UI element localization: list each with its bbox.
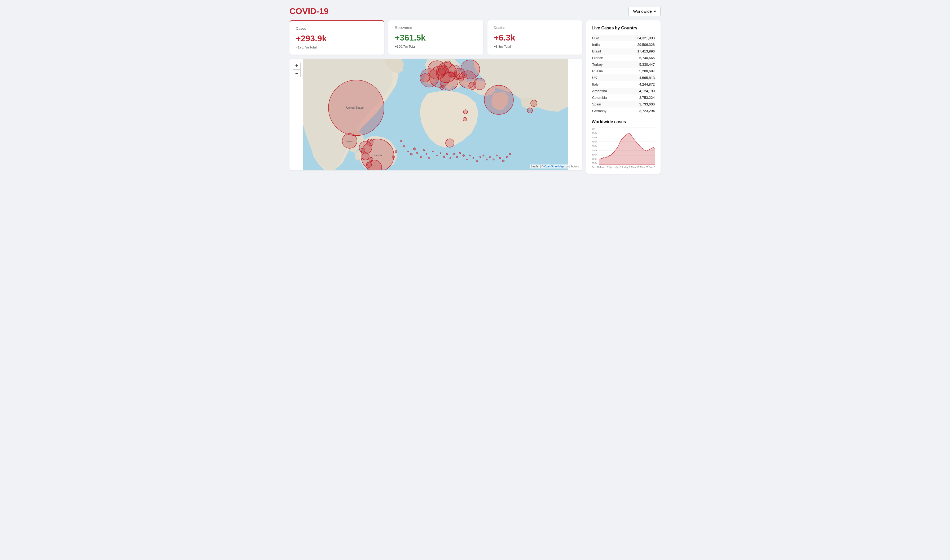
svg-point-55 [466, 158, 468, 160]
table-row: Italy4,244,872 [592, 81, 655, 88]
country-cases: 3,733,600 [621, 101, 655, 108]
svg-point-39 [413, 148, 416, 150]
svg-point-63 [493, 158, 494, 160]
svg-point-11 [484, 85, 514, 114]
header: COVID-19 Worldwide ▾ [290, 6, 660, 16]
table-row: USA34,321,093 [592, 35, 655, 42]
country-table: USA34,321,093India29,506,328Brazil17,413… [592, 35, 655, 114]
country-cases: 5,740,665 [621, 55, 655, 61]
svg-point-24 [527, 108, 532, 113]
table-row: Argentina4,124,190 [592, 88, 655, 94]
svg-point-59 [480, 156, 481, 158]
svg-point-49 [446, 153, 448, 155]
cases-total: +176.7m Total [296, 46, 378, 49]
map-attribution: Leaflet | © OpenStreetMap contributors [530, 165, 580, 168]
country-cases: 17,413,996 [621, 48, 655, 55]
country-cases: 3,753,224 [621, 94, 655, 101]
svg-point-45 [432, 151, 434, 152]
svg-point-54 [463, 154, 465, 157]
svg-point-66 [502, 160, 504, 162]
country-name: Argentina [592, 88, 621, 94]
zoom-in-button[interactable]: + [293, 62, 300, 70]
country-name: Turkey [592, 61, 621, 68]
country-cases: 4,124,190 [621, 88, 655, 94]
country-name: Brazil [592, 48, 621, 55]
map-zoom-controls: + − [293, 62, 301, 77]
svg-point-32 [463, 117, 467, 121]
table-row: Colombia3,753,224 [592, 94, 655, 101]
country-name: Colombia [592, 94, 621, 101]
country-cases: 34,321,093 [621, 35, 655, 42]
country-name: UK [592, 74, 621, 81]
worldwide-dropdown[interactable]: Worldwide ▾ [628, 7, 660, 16]
app-title: COVID-19 [290, 6, 328, 16]
deaths-label: Deaths [494, 26, 576, 30]
map-container: + − [290, 59, 582, 170]
svg-point-46 [436, 155, 438, 156]
country-name: USA [592, 35, 621, 42]
country-name: Spain [592, 101, 621, 108]
svg-point-31 [463, 110, 467, 114]
table-row: Spain3,733,600 [592, 101, 655, 108]
right-panel: Live Cases by Country USA34,321,093India… [586, 20, 660, 174]
svg-point-73 [462, 73, 467, 78]
table-row: Germany3,723,294 [592, 108, 655, 114]
chart-wrapper: 1m 900k 800k 700k 600k 500k 400k 300k 20… [592, 128, 655, 168]
deaths-total: +3.8m Total [494, 45, 576, 48]
chart-x-labels: Feb 18 Mar 10 Apr 1 Apr 19 May 3 May 13 … [592, 166, 655, 168]
svg-point-47 [440, 152, 441, 154]
chart-inner [599, 128, 655, 165]
svg-point-17 [438, 68, 446, 76]
svg-point-42 [423, 149, 425, 151]
svg-point-40 [416, 152, 418, 154]
svg-point-70 [448, 72, 453, 77]
svg-point-58 [476, 160, 478, 162]
svg-point-34 [403, 145, 405, 147]
svg-point-23 [531, 100, 537, 106]
recovered-label: Recovered [395, 26, 477, 30]
recovered-daily: +361.5k [395, 33, 477, 43]
svg-point-48 [443, 156, 445, 158]
svg-point-30 [440, 85, 444, 89]
country-name: India [592, 42, 621, 48]
country-cases: 5,330,447 [621, 61, 655, 68]
recovered-total: +160.7m Total [395, 45, 477, 48]
country-cases: 4,565,813 [621, 74, 655, 81]
svg-text:Colombia: Colombia [372, 154, 382, 157]
dropdown-arrow-icon: ▾ [654, 9, 656, 14]
svg-point-35 [395, 151, 397, 152]
zoom-out-button[interactable]: − [293, 70, 300, 77]
svg-point-37 [407, 151, 409, 152]
svg-point-41 [420, 156, 422, 158]
svg-point-52 [456, 156, 458, 158]
svg-point-62 [489, 156, 491, 158]
cases-card: Cases +293.9k +176.7m Total [290, 20, 384, 55]
svg-point-43 [426, 153, 427, 155]
country-cases: 5,208,687 [621, 68, 655, 74]
chart-title: Worldwide cases [592, 120, 655, 124]
svg-point-51 [453, 153, 455, 155]
table-row: UK4,565,813 [592, 74, 655, 81]
chart-area: 1m 900k 800k 700k 600k 500k 400k 300k 20… [592, 128, 655, 165]
svg-point-53 [460, 152, 461, 154]
svg-point-60 [483, 155, 484, 156]
svg-point-36 [392, 155, 395, 158]
country-name: Russia [592, 68, 621, 74]
country-name: Italy [592, 81, 621, 88]
svg-point-26 [362, 152, 369, 160]
svg-text:United States: United States [346, 106, 364, 109]
svg-point-18 [444, 61, 452, 68]
country-cases: 3,723,294 [621, 108, 655, 114]
app-container: COVID-19 Worldwide ▾ Cases +293.9k +176.… [290, 6, 660, 174]
svg-point-56 [469, 155, 471, 156]
live-cases-title: Live Cases by Country [592, 26, 655, 31]
dropdown-label: Worldwide [633, 9, 652, 14]
table-row: Russia5,208,687 [592, 68, 655, 74]
deaths-card: Deaths +6.3k +3.8m Total [487, 20, 582, 55]
cases-label: Cases [296, 26, 378, 31]
svg-point-27 [369, 157, 373, 162]
svg-point-68 [509, 153, 511, 155]
svg-point-61 [486, 158, 487, 160]
chart-y-labels: 1m 900k 800k 700k 600k 500k 400k 300k 20… [592, 128, 598, 165]
svg-point-28 [361, 148, 365, 152]
